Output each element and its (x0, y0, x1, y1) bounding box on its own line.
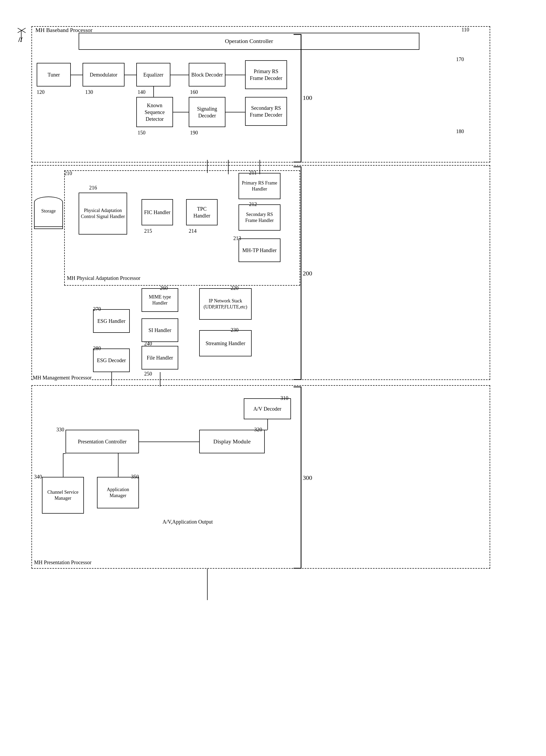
application-manager-box: Application Manager (97, 477, 139, 508)
arrow-csm-pc-h (63, 453, 66, 454)
bracket-300 (294, 387, 301, 569)
ref-216: 216 (89, 185, 97, 191)
physical-adaptation-inner-label: MH Physical Adaptation Processor (67, 275, 140, 281)
tpc-handler-box: TPC Handler (186, 199, 218, 225)
arrow-esgd-down (111, 372, 112, 385)
ref-110: 110 (462, 27, 469, 33)
av-output-label: A/V,Application Output (163, 519, 213, 525)
equalizer-box: Equalizer (136, 63, 170, 86)
arrow-sig-mhpa2 (228, 160, 229, 174)
presentation-label: MH Presentation Processor (34, 559, 91, 565)
streaming-handler-box: Streaming Handler (199, 330, 252, 356)
ref-210: 210 (64, 170, 72, 176)
arrow-to-output (207, 569, 208, 600)
ref-section-200: 200 (303, 270, 312, 277)
esg-decoder-box: ESG Decoder (93, 349, 130, 372)
ref-160: 160 (190, 89, 198, 95)
ref-140: 140 (138, 89, 145, 95)
ref-280: 280 (93, 345, 101, 351)
storage-box: Storage (34, 197, 63, 225)
antenna-line-v (21, 30, 21, 42)
ref-212: 212 (249, 201, 257, 207)
ref-250: 250 (144, 371, 152, 377)
ref-211: 211 (249, 170, 257, 176)
secondary-rs-frame-decoder-box: Secondary RS Frame Decoder (245, 97, 287, 126)
arrow-prs-prshandler (260, 160, 260, 174)
arrow-bd-mhpa (207, 160, 208, 173)
presentation-controller-box: Presentation Controller (66, 430, 139, 453)
mime-type-handler-box: MIME type Handler (142, 288, 178, 312)
physical-adaptation-control-handler-box: Physical Adaptation Control Signal Handl… (79, 193, 127, 235)
fic-handler-box: FIC Handler (142, 199, 173, 225)
ref-180: 180 (456, 128, 464, 134)
ref-213: 213 (233, 235, 241, 241)
bracket-100 (294, 34, 301, 162)
tuner-box: Tuner (37, 63, 71, 86)
ref-section-100: 100 (303, 94, 312, 101)
ip-network-stack-box: IP Network Stack (UDP,RTP,FLUTE,etc) (199, 288, 252, 320)
block-decoder-box: Block Decoder (189, 63, 225, 86)
arrow-pc-dm (139, 442, 199, 442)
channel-service-manager-box: Channel Service Manager (42, 477, 84, 514)
esg-handler-box: ESG Handler (93, 309, 130, 333)
primary-rs-frame-decoder-box: Primary RS Frame Decoder (245, 60, 287, 89)
ref-230: 230 (231, 327, 239, 333)
ref-220: 220 (231, 285, 239, 291)
ref-260: 260 (160, 285, 168, 291)
ref-350: 350 (131, 474, 139, 480)
secondary-rs-frame-handler-box: Secondary RS Frame Handler (239, 204, 280, 231)
ref-150: 150 (138, 130, 145, 136)
arrow-demod-eq (125, 75, 136, 75)
ref-330: 330 (56, 427, 64, 433)
display-module-box: Display Module (199, 430, 265, 453)
management-label: MH Management Processor (33, 375, 91, 381)
arrow-eq-ksd-v (153, 86, 154, 97)
primary-rs-frame-handler-box: Primary RS Frame Handler (239, 173, 280, 199)
ref-170: 170 (456, 56, 464, 62)
storage-bottom2 (34, 227, 63, 229)
arrow-ksd-sd (173, 112, 189, 112)
bracket-200 (294, 166, 301, 380)
arrow-bd-prs (225, 75, 245, 75)
file-handler-box: File Handler (142, 346, 178, 369)
arrow-tuner-demod (71, 75, 83, 75)
signaling-decoder-box: Signaling Decoder (189, 97, 225, 127)
ref-130: 130 (85, 89, 93, 95)
arrow-am-pc-v (118, 453, 118, 477)
mh-tp-handler-box: MH-TP Handler (239, 238, 280, 262)
demodulator-box: Demodulator (83, 63, 125, 86)
diagram: // MH Baseband Processor 110 Operation C… (16, 10, 527, 744)
operation-controller-box: Operation Controller (79, 33, 419, 50)
arrow-eq-bd (170, 75, 189, 75)
storage-bottom (34, 225, 63, 227)
antenna-symbol: // (18, 35, 23, 44)
arrow-sd-srs (225, 112, 245, 112)
arrow-fh-down (160, 372, 160, 387)
ref-214: 214 (189, 228, 197, 234)
arrow-avd-down (267, 419, 268, 430)
ref-270: 270 (93, 306, 101, 312)
ref-190: 190 (190, 130, 198, 136)
arrow-csm-pc-v (63, 453, 63, 477)
ref-310: 310 (280, 395, 288, 401)
ref-215: 215 (144, 228, 152, 234)
ref-340: 340 (34, 474, 42, 480)
ref-section-300: 300 (303, 474, 312, 481)
av-decoder-box: A/V Decoder (244, 398, 291, 419)
known-sequence-detector-box: Known Sequence Detector (136, 97, 173, 127)
ref-120: 120 (37, 89, 45, 95)
arrow-avd-dm (244, 430, 267, 430)
si-handler-box: SI Handler (142, 318, 178, 342)
